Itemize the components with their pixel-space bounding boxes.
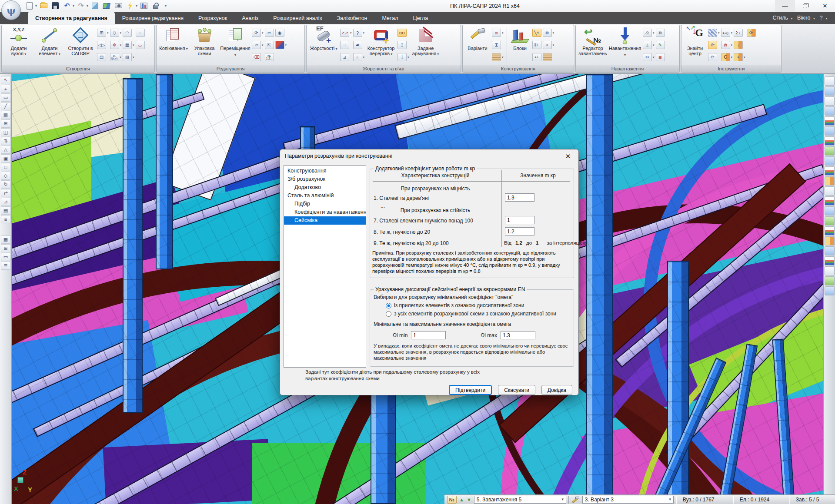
right-toolbar-icon[interactable] — [825, 136, 835, 146]
close-button[interactable]: ✕ — [815, 0, 835, 12]
snapshot-icon[interactable] — [113, 0, 124, 11]
dashed-contour-icon[interactable]: ▨ — [123, 53, 132, 61]
run-analysis-icon[interactable] — [125, 0, 135, 11]
arc-spline-icon[interactable]: ◡ — [136, 41, 145, 49]
spring-support-icon[interactable]: ↥ — [397, 41, 407, 49]
add-beams-icon[interactable]: ⫴+ — [532, 41, 541, 49]
lock-icon[interactable] — [150, 0, 161, 11]
given-reinforcement-button[interactable]: Задане армування — [411, 27, 440, 64]
left-toolbar-icon[interactable]: + — [1, 85, 11, 93]
triangle-support-icon[interactable]: ⊿ — [340, 53, 349, 61]
cut-loads-icon[interactable]: ✂ — [643, 53, 652, 61]
omega-min-input[interactable] — [411, 331, 446, 339]
tree-item-design[interactable]: Конструювання — [284, 167, 366, 175]
confirm-button[interactable]: Підтвердити — [449, 385, 492, 395]
right-toolbar-icon[interactable] — [825, 126, 835, 136]
move-cube-icon[interactable]: ✥ — [110, 41, 119, 49]
left-toolbar-icon[interactable]: ≣ — [1, 262, 11, 270]
omega-max-input[interactable] — [501, 331, 535, 339]
stiffness-button[interactable]: EF+ Жорсткості — [309, 27, 338, 64]
book-view-icon[interactable] — [101, 0, 112, 11]
hinge-tool-icon[interactable]: ⚳ — [353, 29, 362, 37]
radio-adjacent-elements[interactable]: із прилеглих елементів з ознакою диссипа… — [386, 302, 570, 308]
right-toolbar-icon[interactable] — [825, 176, 835, 186]
style-dropdown-icon[interactable]: ▼ — [790, 17, 793, 20]
loadcase-select[interactable]: 5. Завантаження 5▼ — [474, 496, 566, 504]
rotate-copy-icon[interactable]: ⟳ — [252, 29, 261, 37]
tab-analysis[interactable]: Аналіз — [234, 12, 266, 24]
new-file-icon[interactable] — [24, 0, 35, 11]
qat-overflow-icon[interactable]: ▾ — [165, 4, 167, 8]
cursor-palette-icon[interactable]: ↖ — [708, 29, 717, 37]
row1-value-input[interactable] — [505, 193, 534, 202]
copy-loads-icon[interactable]: ⧉ — [656, 29, 665, 37]
refresh-scale-icon[interactable]: ⟳ — [708, 41, 717, 49]
loads-button[interactable]: Навантаження — [609, 27, 641, 64]
window-dropdown-icon[interactable]: ▼ — [812, 17, 815, 20]
cylinder-surface-icon[interactable]: ⬯ — [110, 29, 119, 37]
right-toolbar-icon[interactable] — [825, 286, 835, 295]
tree-item-additional[interactable]: Додатково — [284, 183, 366, 192]
loadcase-up-icon[interactable]: ▲ — [459, 497, 464, 502]
loadcase-down-icon[interactable]: ▼ — [467, 497, 471, 502]
help-button[interactable]: Довідка — [541, 385, 572, 395]
new-file-dropdown-icon[interactable]: ▾ — [35, 4, 37, 8]
right-toolbar-icon[interactable] — [825, 206, 835, 216]
right-toolbar-icon[interactable] — [825, 236, 835, 245]
cancel-button[interactable]: Скасувати — [498, 385, 535, 395]
select-zoom-icon[interactable]: ◉ — [275, 29, 284, 37]
left-toolbar-icon[interactable]: ◇ — [1, 172, 11, 180]
tree-item-rc-calc[interactable]: З/б розрахунок — [284, 175, 366, 183]
table-pin-icon[interactable]: ⌖ — [734, 53, 743, 61]
table-refresh-icon[interactable]: ⟳ — [747, 29, 756, 37]
left-toolbar-icon[interactable]: ⇄ — [1, 189, 11, 197]
distributed-load-icon[interactable]: ⫫ — [643, 41, 652, 49]
left-toolbar-icon[interactable]: ↻ — [1, 180, 11, 189]
refresh-scale2-icon[interactable]: ⟳ — [708, 53, 717, 61]
row8-value-input[interactable] — [505, 227, 534, 235]
tab-brick[interactable]: Цегла — [405, 12, 435, 24]
tab-calculation[interactable]: Розрахунок — [191, 12, 234, 24]
variants-button[interactable]: Варіанти — [465, 27, 490, 64]
left-toolbar-icon[interactable]: ◫ — [1, 128, 11, 136]
left-toolbar-icon[interactable]: △ — [1, 146, 11, 154]
mesh-plate-icon[interactable]: ▦ — [123, 41, 132, 49]
dialog-close-icon[interactable]: ✕ — [561, 151, 575, 161]
help-menu[interactable]: ? — [819, 15, 823, 21]
node-branch-icon[interactable]: ⊦ — [353, 53, 362, 61]
truss-generator-icon[interactable]: ◁▷ — [97, 41, 106, 49]
left-toolbar-icon[interactable]: ▣ — [1, 154, 11, 162]
tree-item-load-coefficients[interactable]: Коефіцієнти за навантаженням — [284, 208, 366, 216]
left-toolbar-icon[interactable]: ⊞ — [1, 119, 11, 128]
tab-create-edit[interactable]: Створення та редагування — [28, 12, 115, 24]
scale-page-icon[interactable]: ⇱ — [265, 41, 274, 49]
copy-button[interactable]: Копіювання — [159, 27, 188, 64]
stamp-fragment-icon[interactable] — [275, 41, 284, 49]
frame-generator-icon[interactable]: ⊞ — [97, 29, 106, 37]
find-center-button[interactable]: ↖↗↓G Знайти центр — [684, 27, 706, 64]
table-export-icon[interactable]: ↓ — [734, 41, 743, 49]
tab-metal[interactable]: Метал — [375, 12, 406, 24]
redo-dropdown-icon[interactable]: ▾ — [87, 4, 88, 8]
ladder-load-icon[interactable]: ≣ — [656, 53, 665, 61]
brick-wall-icon[interactable] — [492, 53, 501, 61]
tree-item-selection[interactable]: Підбір — [284, 200, 366, 208]
concrete-cube-icon[interactable]: ⧈ — [492, 29, 501, 37]
redo-icon[interactable]: ↷ — [76, 0, 86, 11]
blocks-button[interactable]: Блоки — [510, 27, 530, 64]
create-in-sapfir-button[interactable]: Створити в САПФІР — [66, 27, 95, 64]
move-button[interactable]: Переміщення — [221, 27, 250, 64]
building-frame-icon[interactable]: ▤ — [97, 53, 106, 61]
elastic-ground-icon[interactable]: ⏚ — [397, 53, 407, 61]
left-toolbar-icon[interactable]: ⊞ — [1, 244, 11, 252]
tab-reinforced-concrete[interactable]: Залізобетон — [329, 12, 374, 24]
right-toolbar-icon[interactable] — [825, 196, 835, 206]
minimize-button[interactable]: — — [775, 0, 795, 12]
row7-value-input[interactable] — [505, 216, 534, 224]
results-3d-icon[interactable] — [139, 0, 149, 11]
right-toolbar-icon[interactable] — [825, 146, 835, 156]
renumber-icon[interactable]: №1,2... — [265, 53, 274, 61]
tab-advanced-analysis[interactable]: Розширений аналіз — [266, 12, 329, 24]
variant-hammer-icon[interactable] — [571, 496, 580, 504]
add-node-button[interactable]: X,Y,Z Додати вузол — [4, 27, 33, 64]
